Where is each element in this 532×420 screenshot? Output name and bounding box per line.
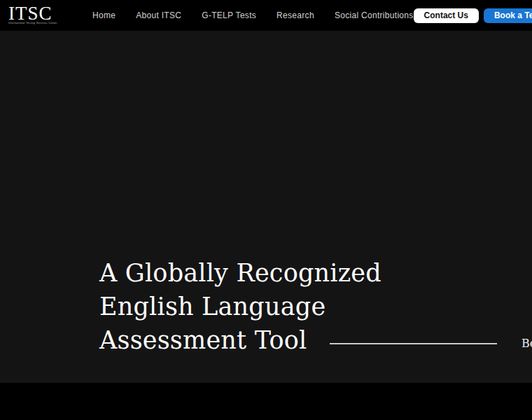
nav-item-home[interactable]: Home bbox=[92, 10, 115, 20]
nav-item-about-itsc[interactable]: About ITSC bbox=[136, 10, 181, 20]
brand-logo[interactable]: ITSC International Testing Services Cent… bbox=[8, 5, 52, 26]
hero-heading-line: Assessment Tool bbox=[99, 323, 382, 357]
book-a-test-button[interactable]: Book a Test bbox=[484, 8, 532, 23]
hero-heading-line: English Language bbox=[99, 290, 382, 323]
page: ITSC International Testing Services Cent… bbox=[0, 0, 532, 420]
hero-heading: A Globally Recognized English Language A… bbox=[99, 256, 382, 357]
hero-carousel: A Globally Recognized English Language A… bbox=[0, 31, 532, 383]
nav-actions: Contact Us Book a Test bbox=[414, 8, 532, 23]
brand-tagline: International Testing Services Center bbox=[8, 22, 35, 24]
contact-us-button[interactable]: Contact Us bbox=[414, 8, 479, 23]
nav-item-g-telp-tests[interactable]: G-TELP Tests bbox=[202, 10, 256, 20]
next-slide-heading-fragment: Be bbox=[522, 337, 532, 350]
hero-heading-line: A Globally Recognized bbox=[99, 256, 382, 290]
decorative-line bbox=[330, 343, 497, 344]
nav-item-social-contributions[interactable]: Social Contributions bbox=[335, 10, 414, 20]
brand-logo-text: ITSC bbox=[8, 5, 52, 22]
main-nav: Home About ITSC G-TELP Tests Research So… bbox=[92, 10, 414, 20]
top-navbar: ITSC International Testing Services Cent… bbox=[0, 0, 532, 31]
nav-item-research[interactable]: Research bbox=[276, 10, 314, 20]
